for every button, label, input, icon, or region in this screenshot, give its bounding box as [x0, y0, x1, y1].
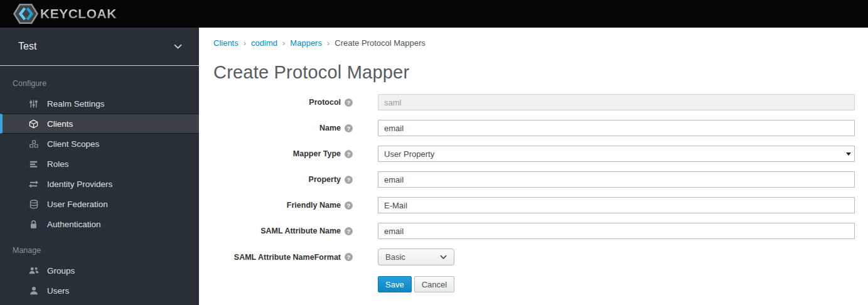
groups-icon — [28, 266, 39, 275]
saml-attribute-name-label: SAML Attribute Name — [260, 227, 341, 235]
breadcrumb-separator: › — [322, 38, 335, 48]
page-title: Create Protocol Mapper — [213, 62, 855, 83]
exchange-arrows-icon — [28, 180, 39, 188]
sliders-icon — [28, 99, 39, 109]
saml-attribute-nameformat-label: SAML Attribute NameFormat — [234, 253, 341, 262]
protocol-label: Protocol — [309, 98, 341, 107]
help-icon[interactable]: ? — [345, 227, 353, 235]
chevron-down-icon — [174, 44, 182, 50]
name-label: Name — [319, 124, 341, 132]
breadcrumb-separator: › — [238, 38, 251, 48]
cube-icon — [28, 119, 39, 129]
protocol-field — [378, 94, 855, 110]
form-row-property: Property ? — [213, 171, 855, 188]
breadcrumb: Clients › codimd › Mappers › Create Prot… — [213, 38, 855, 48]
breadcrumb-link-mappers[interactable]: Mappers — [290, 38, 322, 48]
sidebar-item-authentication[interactable]: Authentication — [0, 214, 199, 234]
sidebar-item-realm-settings[interactable]: Realm Settings — [0, 94, 199, 114]
main-content: Clients › codimd › Mappers › Create Prot… — [199, 28, 868, 305]
sidebar-item-groups[interactable]: Groups — [0, 260, 199, 281]
save-button[interactable]: Save — [378, 276, 412, 292]
form-row-saml-attribute-name: SAML Attribute Name ? — [213, 223, 855, 239]
mapper-type-select[interactable]: User Property — [378, 146, 855, 162]
dropdown-arrow-icon — [844, 147, 853, 160]
form-button-row: Save Cancel — [378, 276, 855, 292]
create-protocol-mapper-form: Protocol ? Name ? Mapper Type ? — [213, 94, 855, 292]
sidebar-item-label: User Federation — [47, 200, 108, 209]
top-bar: KEYCLOAK — [0, 0, 868, 28]
breadcrumb-link-clients[interactable]: Clients — [213, 38, 238, 48]
sidebar-item-roles[interactable]: Roles — [0, 154, 199, 174]
sidebar-item-label: Authentication — [47, 220, 101, 229]
friendly-name-label: Friendly Name — [287, 201, 341, 210]
property-label: Property — [309, 175, 341, 184]
realm-name: Test — [18, 41, 36, 52]
mapper-type-selected-value: User Property — [384, 149, 434, 159]
form-row-protocol: Protocol ? — [213, 94, 855, 110]
breadcrumb-current: Create Protocol Mappers — [335, 38, 426, 48]
friendly-name-field[interactable] — [378, 197, 855, 213]
help-icon[interactable]: ? — [345, 176, 353, 184]
cubes-icon — [28, 139, 39, 149]
sidebar-item-label: Clients — [47, 119, 73, 129]
sidebar-item-label: Identity Providers — [47, 179, 112, 189]
form-row-mapper-type: Mapper Type ? User Property — [213, 146, 855, 162]
form-row-friendly-name: Friendly Name ? — [213, 197, 855, 213]
sidebar-item-clients[interactable]: Clients — [0, 114, 199, 134]
help-icon[interactable]: ? — [345, 201, 353, 210]
sidebar-item-label: Client Scopes — [47, 139, 99, 149]
nav-section-configure: Configure — [0, 75, 199, 94]
sidebar-item-user-federation[interactable]: User Federation — [0, 194, 199, 214]
breadcrumb-separator: › — [277, 38, 290, 48]
breadcrumb-link-codimd[interactable]: codimd — [251, 38, 277, 48]
chevron-down-icon — [440, 255, 447, 260]
saml-attribute-name-field[interactable] — [378, 223, 855, 239]
help-icon[interactable]: ? — [345, 124, 353, 132]
sidebar-item-label: Roles — [47, 159, 69, 169]
list-icon — [28, 159, 39, 169]
database-icon — [28, 200, 39, 209]
property-field[interactable] — [378, 171, 855, 188]
sidebar-item-client-scopes[interactable]: Client Scopes — [0, 134, 199, 154]
nav-section-gap — [0, 234, 199, 242]
sidebar-nav: Configure Realm Settings Clients Client … — [0, 66, 199, 301]
sidebar-item-users[interactable]: Users — [0, 281, 199, 301]
keycloak-hexagon-icon — [12, 3, 40, 24]
sidebar-item-identity-providers[interactable]: Identity Providers — [0, 174, 199, 194]
lock-icon — [28, 220, 39, 229]
brand-text: KEYCLOAK — [40, 6, 117, 21]
user-icon — [28, 286, 39, 295]
sidebar: Test Configure Realm Settings Clients Cl… — [0, 28, 199, 305]
help-icon[interactable]: ? — [345, 150, 353, 158]
cancel-button[interactable]: Cancel — [414, 276, 454, 292]
saml-attribute-nameformat-select[interactable]: Basic — [378, 249, 454, 265]
mapper-type-label: Mapper Type — [293, 149, 341, 158]
sidebar-item-label: Users — [47, 286, 69, 296]
nameformat-selected-value: Basic — [385, 252, 405, 262]
realm-selector[interactable]: Test — [0, 28, 199, 66]
sidebar-item-label: Realm Settings — [47, 99, 105, 109]
nav-section-manage: Manage — [0, 242, 199, 260]
name-field[interactable] — [378, 120, 855, 136]
form-row-name: Name ? — [213, 120, 855, 136]
keycloak-logo[interactable]: KEYCLOAK — [12, 3, 117, 24]
help-icon[interactable]: ? — [345, 253, 353, 261]
form-row-saml-attribute-nameformat: SAML Attribute NameFormat ? Basic — [213, 249, 855, 265]
help-icon[interactable]: ? — [345, 99, 353, 107]
sidebar-item-label: Groups — [47, 266, 75, 276]
